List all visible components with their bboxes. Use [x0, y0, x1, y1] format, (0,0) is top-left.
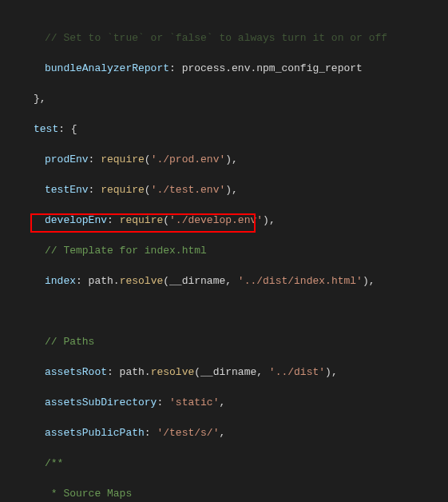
code-line: // Paths: [22, 334, 448, 349]
code-line: /**: [22, 456, 448, 471]
code-line: index: path.resolve(__dirname, '../dist/…: [22, 273, 448, 289]
code-line: test: {: [22, 122, 448, 137]
code-line: },: [22, 91, 448, 106]
code-line: * Source Maps: [22, 486, 448, 501]
code-line: bundleAnalyzerReport: process.env.npm_co…: [22, 61, 448, 76]
code-line: prodEnv: require('./prod.env'),: [22, 152, 448, 167]
code-line: // Template for index.html: [22, 243, 448, 258]
code-line: developEnv: require('./develop.env'),: [22, 213, 448, 228]
code-line: testEnv: require('./test.env'),: [22, 182, 448, 197]
code-line: assetsPublicPath: '/test/s/',: [22, 425, 448, 440]
code-editor[interactable]: // Set to `true` or `false` to always tu…: [0, 0, 448, 502]
code-line: assetsRoot: path.resolve(__dirname, '../…: [22, 365, 448, 380]
code-line: assetsSubDirectory: 'static',: [22, 395, 448, 410]
code-line: // Set to `true` or `false` to always tu…: [22, 30, 448, 46]
code-line: [22, 304, 448, 319]
